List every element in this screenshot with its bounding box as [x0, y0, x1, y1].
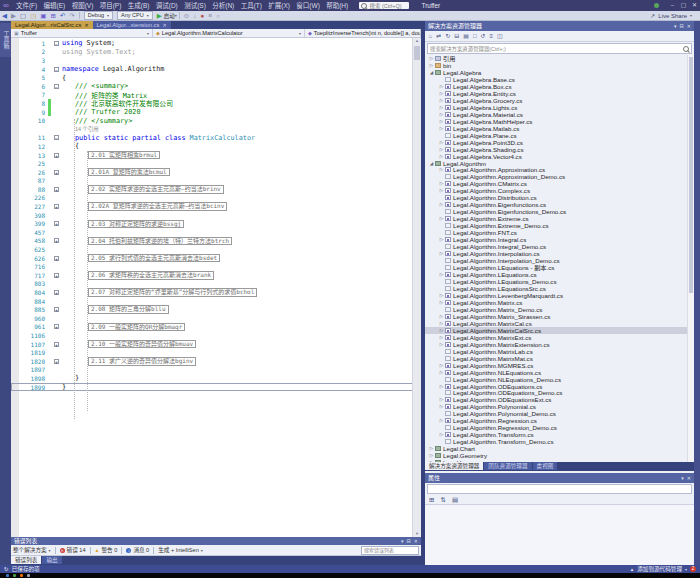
code-line[interactable]: 717+2.06 求矩阵秩的全选主元高斯消去法brank: [11, 271, 421, 280]
build-intellisense-dropdown[interactable]: 生成 + IntelliSen▾: [158, 546, 203, 554]
tree-item[interactable]: Legal.Algorithm.Distribution.cs: [425, 194, 687, 201]
code-editor[interactable]: 1−using System;2using System.Text;34−nam…: [11, 38, 421, 537]
collapsed-region-label[interactable]: 2.05 求行列式值的全选主元高斯消去法bsdet: [88, 254, 220, 263]
tree-item[interactable]: ▷Legal.Algorithm.LevenbergMarquardt.cs: [425, 292, 687, 299]
alphabetical-icon[interactable]: ⇅: [438, 495, 447, 504]
code-line[interactable]: 960: [11, 314, 421, 323]
new-file-icon[interactable]: ▢: [18, 12, 28, 19]
chevron-collapsed-icon[interactable]: ▷: [438, 272, 445, 277]
code-line[interactable]: 1820+2.11 求广义逆的奇异值分解法bginv: [11, 357, 421, 366]
code-line[interactable]: 87: [11, 177, 421, 186]
chevron-collapsed-icon[interactable]: ▷: [428, 63, 435, 68]
collapsed-region-label[interactable]: 2.10 一般实矩阵的奇异值分解bmuav: [88, 340, 196, 349]
preview-selected-icon[interactable]: ◫: [496, 32, 505, 41]
code-line[interactable]: 8/// 北京联高软件开发有限公司: [11, 99, 421, 108]
menu-item[interactable]: 扩展(X): [265, 2, 293, 9]
scrollbar-thumb[interactable]: [689, 57, 693, 293]
chevron-collapsed-icon[interactable]: ▷: [438, 105, 445, 110]
code-line[interactable]: 88+2.02 实矩阵求逆的全选主元高斯—约当法brinv: [11, 185, 421, 194]
fold-marker-icon[interactable]: +: [54, 290, 59, 295]
fold-marker-icon[interactable]: +: [54, 256, 59, 261]
chevron-collapsed-icon[interactable]: ▷: [438, 167, 445, 172]
platform-dropdown[interactable]: Any CPU▾: [117, 11, 153, 20]
tree-item[interactable]: ▷Legal.Algebra.Vector4.cs: [425, 153, 687, 160]
property-pages-icon[interactable]: ▤: [450, 495, 460, 504]
close-icon[interactable]: ✕: [687, 473, 691, 483]
chevron-collapsed-icon[interactable]: ▷: [438, 328, 445, 333]
tree-item[interactable]: Legal.Algebra.Base.cs: [425, 76, 687, 83]
collapsed-region-label[interactable]: 2.04 托伯利兹矩阵求逆的埃（特）兰特方法btrch: [88, 237, 232, 246]
chevron-expanded-icon[interactable]: ◢: [428, 161, 435, 166]
menu-item[interactable]: 测试(S): [181, 2, 209, 9]
code-line[interactable]: 399+2.03 对称正定矩阵的求逆bssgj: [11, 219, 421, 228]
messages-filter-button[interactable]: 消息 0: [133, 546, 149, 554]
collapsed-region-label[interactable]: 2.03 对称正定矩阵的求逆bssgj: [88, 220, 184, 229]
scrollbar-thumb[interactable]: [414, 46, 420, 60]
tree-item[interactable]: ▷Legal.Algorithm.NLEquations.cs: [425, 369, 687, 376]
chevron-collapsed-icon[interactable]: ▷: [428, 453, 435, 458]
tree-item[interactable]: ▷Legal.Chart: [425, 445, 687, 452]
codelens-references[interactable]: 14 个引用: [75, 126, 99, 132]
tree-item[interactable]: Legal.Algorithm.Regression_Demo.cs: [425, 424, 687, 431]
fold-marker-icon[interactable]: +: [54, 359, 59, 364]
navigate-forward-icon[interactable]: ▶: [9, 12, 18, 19]
chevron-collapsed-icon[interactable]: ▷: [428, 446, 435, 451]
chevron-collapsed-icon[interactable]: ▷: [438, 126, 445, 131]
start-debug-label[interactable]: 启动: [164, 12, 175, 20]
close-icon[interactable]: ✕: [687, 21, 691, 31]
chevron-collapsed-icon[interactable]: ▷: [438, 418, 445, 423]
collapsed-region-label[interactable]: 2.08 矩阵的三角分解bllu: [88, 305, 169, 314]
properties-object-combobox[interactable]: [427, 484, 692, 494]
chevron-collapsed-icon[interactable]: ▷: [438, 404, 445, 409]
toolbox-vertical-tab[interactable]: 工具箱: [0, 23, 11, 57]
tree-item[interactable]: Legal.Algorithm.LEquations - 副本.cs: [425, 264, 687, 271]
code-line[interactable]: 9/// Truffer 2020: [11, 108, 421, 117]
code-line[interactable]: 26+2.01A 复矩阵的乘法bcmul: [11, 168, 421, 177]
tree-item[interactable]: ▷Legal.Algebra.Matlab.cs: [425, 125, 687, 132]
menu-item[interactable]: 项目(P): [96, 2, 124, 9]
menu-item[interactable]: 视图(V): [68, 2, 96, 9]
source-control-caret-icon[interactable]: ▾: [685, 567, 687, 572]
scroll-down-icon[interactable]: ▼: [413, 531, 421, 537]
code-line[interactable]: 10/// </summary>: [11, 116, 421, 125]
window-position-caret-icon[interactable]: ▾: [681, 473, 684, 483]
chevron-collapsed-icon[interactable]: ▷: [438, 154, 445, 159]
code-line[interactable]: 12{: [11, 142, 421, 151]
solution-explorer-search-input[interactable]: 搜索解决方案资源管理器(Ctrl+;): [427, 43, 692, 54]
code-line[interactable]: 2using System.Text;: [11, 48, 421, 57]
fold-marker-icon[interactable]: +: [54, 204, 59, 209]
code-line[interactable]: 884: [11, 297, 421, 306]
fold-marker-icon[interactable]: +: [54, 273, 59, 278]
tree-item[interactable]: ▷Legal.Algorithm.Extreme.cs: [425, 215, 687, 222]
step-over-icon[interactable]: ⊙: [182, 12, 191, 19]
navbar-member-dropdown[interactable]: ◆ ToeplitzInverseTrench(int n, double[] …: [305, 29, 421, 37]
tree-item[interactable]: ◢Legal.Algorithm: [425, 160, 687, 167]
code-line[interactable]: 1819: [11, 348, 421, 357]
chevron-collapsed-icon[interactable]: ▷: [438, 237, 445, 242]
tree-item[interactable]: ▷引用: [425, 55, 687, 62]
menu-item[interactable]: 帮助(H): [323, 2, 351, 9]
taskbar-app-icon[interactable]: [13, 574, 16, 577]
tree-item[interactable]: ▷Legal.Algebra.Box.cs: [425, 83, 687, 90]
collapsed-region-label[interactable]: 2.01A 复矩阵的乘法bcmul: [88, 168, 170, 177]
tree-item[interactable]: Legal.Algorithm.LEquationsSrc.cs: [425, 285, 687, 292]
tree-item[interactable]: ▷Legal.Algebra.Entity.cs: [425, 90, 687, 97]
code-line[interactable]: 458+2.04 托伯利兹矩阵求逆的埃（特）兰特方法btrch: [11, 237, 421, 246]
fold-marker-icon[interactable]: −: [54, 84, 59, 89]
undo-icon[interactable]: ↶: [58, 12, 67, 19]
chevron-collapsed-icon[interactable]: ▷: [438, 321, 445, 326]
tree-item[interactable]: ▷Legal.Algorithm.Matrix_Strassen.cs: [425, 313, 687, 320]
tree-item[interactable]: ▷Legal.Algorithm.Complex.cs: [425, 187, 687, 194]
chevron-collapsed-icon[interactable]: ▷: [438, 98, 445, 103]
live-share-button[interactable]: ↗ Live Share ▾: [650, 12, 692, 19]
errors-filter-button[interactable]: 错误 14: [67, 546, 86, 554]
tree-item[interactable]: ▷Legal.Algebra.Material.cs: [425, 111, 687, 118]
properties-grid[interactable]: [425, 505, 694, 565]
chevron-collapsed-icon[interactable]: ▷: [438, 84, 445, 89]
navigate-back-icon[interactable]: ◀: [0, 12, 9, 19]
fold-marker-icon[interactable]: −: [54, 67, 59, 72]
tree-item[interactable]: ▷Legal.Algorithm.Eigenfunctions.cs: [425, 201, 687, 208]
navbar-project-dropdown[interactable]: ▣ Truffer▾: [11, 29, 153, 37]
properties-icon[interactable]: ▤: [462, 32, 471, 41]
code-line[interactable]: 457: [11, 228, 421, 237]
